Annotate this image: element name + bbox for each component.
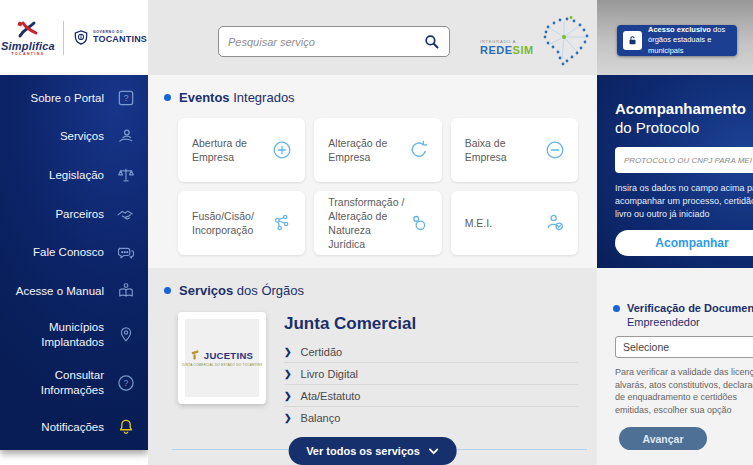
shield-icon (72, 28, 90, 48)
lock-icon (623, 31, 642, 50)
card-mei[interactable]: M.E.I. (451, 191, 578, 255)
sidebar-item-servicos[interactable]: Serviços (0, 127, 148, 147)
service-link-ata-estatuto[interactable]: ❯ Ata/Estatuto (284, 385, 578, 407)
avancar-button[interactable]: Avançar (619, 427, 707, 450)
card-fusao-cisao-incorporacao[interactable]: Fusão/Cisão/ Incorporação (178, 191, 305, 255)
sidebar-item-municipios-implantados[interactable]: Municípios Implantados (0, 320, 148, 350)
manual-book-icon (116, 281, 136, 301)
service-link-balanco[interactable]: ❯ Balanço (284, 407, 578, 429)
verification-title-line2: Empreendedor (627, 316, 753, 328)
chat-icon (116, 243, 136, 263)
bullet-icon (164, 287, 171, 294)
map-pin-icon (116, 325, 136, 345)
simplifica-logo[interactable]: Simplifica TOCANTINS (1, 20, 55, 56)
see-all-services-button[interactable]: Ver todos os serviços (288, 437, 457, 465)
search-box (218, 26, 450, 57)
card-abertura-de-empresa[interactable]: Abertura de Empresa (178, 118, 305, 182)
sidebar-item-fale-conosco[interactable]: Fale Conosco (0, 243, 148, 263)
events-title: Eventos Integrados (148, 75, 597, 105)
redesim-brazil-map-icon (534, 15, 596, 67)
network-icon (271, 212, 293, 234)
circles-icon (408, 212, 430, 234)
svg-text:?: ? (123, 93, 128, 103)
gavel-icon (191, 349, 203, 361)
jucetins-subtext: JUNTA COMERCIAL DO ESTADO DO TOCANTINS (182, 363, 263, 367)
services-title: Serviços dos Órgãos (148, 268, 597, 298)
handshake-icon (116, 204, 136, 224)
logo-header: Simplifica TOCANTINS GOVERNO DO TOCANTIN… (0, 0, 148, 75)
protocol-panel: Acompanhamento do Protocolo Insira os da… (597, 75, 753, 268)
simplifica-portal: Simplifica TOCANTINS GOVERNO DO TOCANTIN… (0, 0, 753, 465)
protocol-title: Acompanhamento do Protocolo (615, 99, 753, 137)
services-section: Serviços dos Órgãos JUCETINS JUNTA COMER… (148, 268, 597, 465)
service-link-certidao[interactable]: ❯ Certidão (284, 341, 578, 363)
governo-tocantins-logo[interactable]: GOVERNO DO TOCANTINS (72, 28, 147, 48)
left-column: Simplifica TOCANTINS GOVERNO DO TOCANTIN… (0, 0, 148, 465)
sidebar-item-sobre-o-portal[interactable]: Sobre o Portal ? (0, 88, 148, 108)
question-square-icon: ? (116, 88, 136, 108)
search-icon[interactable] (423, 33, 440, 50)
card-baixa-de-empresa[interactable]: Baixa de Empresa (451, 118, 578, 182)
chevron-right-icon: ❯ (284, 369, 292, 379)
sidebar-item-consultar-informacoes[interactable]: Consultar Informações ? (0, 368, 148, 398)
redesim-logo: INTEGRADO A REDESIM (480, 15, 596, 67)
service-link-livro-digital[interactable]: ❯ Livro Digital (284, 363, 578, 385)
bullet-icon (613, 305, 620, 312)
chevron-down-icon (429, 448, 439, 455)
redesim-wordmark: REDESIM (480, 44, 534, 56)
exclusive-access-button[interactable]: Acesso exclusivo dos órgãos estaduais e … (617, 25, 737, 56)
sidebar-item-notificacoes[interactable]: Notificações (0, 417, 148, 437)
right-header: Acesso exclusivo dos órgãos estaduais e … (597, 0, 753, 75)
card-transformacao-natureza-juridica[interactable]: Transformação / Alteração de Natureza Ju… (314, 191, 441, 255)
jucetins-wordmark: JUCETINS (204, 350, 253, 361)
events-section: Eventos Integrados Abertura de Empresa A… (148, 75, 597, 268)
jucetins-logo-card[interactable]: JUCETINS JUNTA COMERCIAL DO ESTADO DO TO… (178, 312, 266, 404)
bullet-icon (164, 94, 171, 101)
sidebar-item-parceiros[interactable]: Parceiros (0, 204, 148, 224)
center-header: INTEGRADO A REDESIM (148, 0, 597, 75)
svg-text:?: ? (124, 379, 129, 389)
simplifica-sub: TOCANTINS (11, 52, 44, 56)
sidebar-nav: Sobre o Portal ? Serviços Legislação Par… (0, 75, 148, 450)
chevron-right-icon: ❯ (284, 391, 292, 401)
events-cards: Abertura de Empresa Alteração de Empresa… (178, 118, 578, 255)
chevron-right-icon: ❯ (284, 413, 292, 423)
center-column: INTEGRADO A REDESIM (148, 0, 597, 465)
plus-circle-icon (271, 139, 293, 161)
card-alteracao-de-empresa[interactable]: Alteração de Empresa (314, 118, 441, 182)
refresh-icon (408, 139, 430, 161)
simplifica-figure-icon (15, 20, 41, 40)
acompanhar-button[interactable]: Acompanhar (615, 230, 753, 256)
see-all-divider: Ver todos os serviços (148, 435, 597, 465)
protocol-description: Insira os dados no campo acima para acom… (615, 182, 753, 220)
org-name: Junta Comercial (284, 314, 578, 334)
protocol-input[interactable] (615, 147, 753, 173)
question-circle-icon: ? (116, 373, 136, 393)
chevron-right-icon: ❯ (284, 347, 292, 357)
person-check-icon (544, 212, 566, 234)
simplifica-wordmark: Simplifica (1, 40, 55, 52)
verification-section: Verificação de Documentos do Empreendedo… (597, 268, 753, 465)
bell-icon (116, 417, 136, 437)
minus-circle-icon (544, 139, 566, 161)
document-type-select[interactable]: Selecione (615, 336, 753, 358)
scales-icon (116, 165, 136, 185)
person-service-icon (116, 127, 136, 147)
sidebar-item-acesse-o-manual[interactable]: Acesse o Manual (0, 281, 148, 301)
verification-description: Para verificar a validade das licenças, … (615, 366, 753, 416)
governo-name: TOCANTINS (93, 35, 147, 44)
search-input[interactable] (228, 36, 423, 48)
logo-divider (63, 21, 64, 55)
right-column: Acesso exclusivo dos órgãos estaduais e … (597, 0, 753, 465)
sidebar-item-legislacao[interactable]: Legislação (0, 165, 148, 185)
verification-title: Verificação de Documentos do (613, 302, 753, 314)
org-junta-comercial: JUCETINS JUNTA COMERCIAL DO ESTADO DO TO… (178, 312, 578, 429)
